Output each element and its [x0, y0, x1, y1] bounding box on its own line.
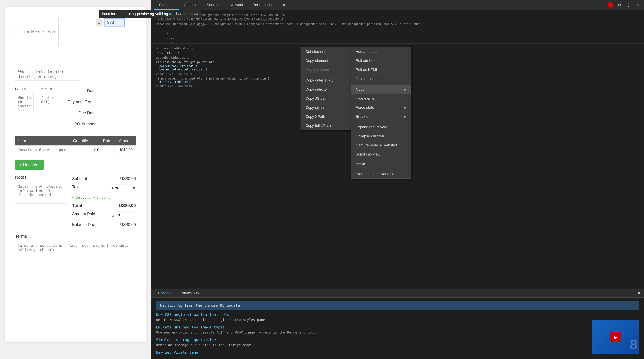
devtools-panel: Elements Console Sources Network Perform…	[151, 0, 644, 359]
invoice-number-row: #	[96, 18, 124, 26]
console-content: Highlights from the Chrome 88 update New…	[151, 298, 644, 359]
tab-sources[interactable]: Sources	[202, 0, 225, 10]
news-title-4: New Web Vitals lane	[156, 350, 639, 354]
from-section	[15, 67, 136, 87]
ctx-copy-xpath[interactable]: Copy XPath	[301, 112, 351, 121]
console-area: Console What's New ✕ Highlights from the…	[151, 288, 644, 359]
more-options-button[interactable]: ⋮	[625, 2, 632, 8]
news-title-1: New CSS angle visualization tools	[156, 312, 639, 317]
div-subtitle-tag: <div	[167, 36, 174, 40]
payment-terms-row: Payment Terms	[62, 98, 136, 106]
due-date-row: Due Date	[62, 109, 136, 117]
tab-performance[interactable]: Performance	[248, 0, 278, 10]
date-input[interactable]	[99, 87, 136, 95]
ctx-copy-styles[interactable]: Copy styles	[301, 103, 351, 112]
ctx-copy-submenu[interactable]: Copy	[351, 85, 411, 94]
settings-icon-button[interactable]: ⚙	[616, 2, 622, 8]
ctx-copy-js-path[interactable]: Copy JS path	[301, 94, 351, 103]
tab-more[interactable]: »	[278, 0, 290, 10]
tax-label: Tax	[72, 184, 78, 192]
devtools-topbar: Elements Console Sources Network Perform…	[151, 0, 644, 10]
ctx-copy-full-xpath[interactable]: Copy full XPath	[301, 121, 351, 130]
ctx-paste-element: Paste element	[301, 65, 351, 74]
total-row: Total US$0.00	[72, 201, 136, 210]
notes-label: Notes	[15, 175, 67, 180]
total-label: Total	[72, 203, 82, 208]
close-devtools-button[interactable]: ✕	[634, 2, 641, 8]
date-label: Date	[62, 88, 96, 93]
payment-terms-input[interactable]	[99, 98, 136, 106]
notes-textarea[interactable]	[15, 182, 67, 204]
ctx-scroll-into-view[interactable]: Scroll into view	[351, 150, 411, 159]
item-qty-cell	[69, 146, 91, 154]
ctx-add-attribute[interactable]: Add attribute	[351, 47, 411, 56]
console-close-button[interactable]: ✕	[637, 291, 641, 296]
amount-paid-row: Amount Paid $	[72, 210, 136, 220]
news-title-3: Simulate storage quota size	[156, 338, 639, 342]
ctx-store-global[interactable]: Store as global variable	[351, 170, 411, 178]
item-amount-cell: US$0.00	[114, 146, 136, 154]
ctx-cut-element[interactable]: Cut element	[301, 47, 351, 56]
ctx-delete-element[interactable]: Delete element	[351, 74, 411, 84]
play-button[interactable]: ▶	[610, 332, 620, 342]
whats-new-tab[interactable]: What's New	[177, 290, 204, 297]
ctx-copy-selector[interactable]: Copy selector	[301, 85, 351, 94]
chrome-update-text: Highlights from the Chrome 88 update	[160, 303, 240, 308]
item-qty-input[interactable]	[72, 148, 86, 152]
item-desc-input[interactable]	[18, 148, 66, 152]
from-field[interactable]	[15, 67, 79, 80]
terms-label: Terms	[15, 234, 136, 239]
due-date-input[interactable]	[99, 109, 136, 117]
bill-to-input[interactable]	[15, 93, 34, 110]
add-shipping-button[interactable]: + Shipping	[93, 195, 111, 200]
tax-dropdown-icon[interactable]: ▼	[132, 186, 136, 190]
ctx-edit-as-html[interactable]: Edit as HTML	[351, 65, 411, 74]
devtools-code-header: 9T41F2QGrQRRFCwyzoIF2qyBuKKbcOgPXdVeY9rM…	[151, 10, 644, 44]
expand-arrow-1[interactable]: ▼	[167, 32, 169, 35]
ctx-copy-outerhtml[interactable]: Copy outerHTML	[301, 76, 351, 85]
bill-ship-row: Bill To Ship To Date Payment Terms Due D…	[15, 87, 136, 131]
tax-input-row: ▼	[110, 184, 136, 192]
console-topbar: Console What's New ✕	[151, 289, 644, 298]
ctx-edit-attribute[interactable]: Edit attribute	[351, 56, 411, 65]
terms-section: Terms	[15, 234, 136, 262]
ctx-capture-screenshot[interactable]: Capture node screenshot	[351, 141, 411, 150]
add-discount-button[interactable]: + Discount	[72, 195, 90, 200]
ctx-force-state[interactable]: Force state	[351, 103, 411, 112]
tax-row: Tax ▼	[72, 183, 136, 194]
code-line-1: 9T41F2QGrQRRFCwyzoIF2qyBuKKbcOgPXdVeY9rM…	[156, 13, 639, 17]
invoice-number-input[interactable]	[104, 18, 124, 26]
tab-elements[interactable]: Elements	[154, 0, 179, 10]
balance-due-value: US$0.00	[120, 222, 136, 227]
subtotal-row: Subtotal US$0.00	[72, 175, 136, 183]
tax-input[interactable]	[110, 184, 130, 192]
amount-paid-dollar: $	[112, 213, 114, 218]
console-tab[interactable]: Console	[154, 289, 175, 297]
item-rate-input[interactable]	[97, 148, 111, 152]
ship-to-input[interactable]	[38, 93, 57, 110]
ctx-copy-element[interactable]: Copy element	[301, 56, 351, 65]
logo-upload-label: + Add Your Logo	[23, 29, 55, 34]
ctx-collapse-children[interactable]: Collapse children	[351, 132, 411, 141]
ctx-focus[interactable]: Focus	[351, 159, 411, 168]
video-thumbnail[interactable]: 8 ▶	[592, 320, 639, 354]
tab-network[interactable]: Network	[225, 0, 248, 10]
element-tooltip: input.form-control.ng-pristine.ng-valid.…	[99, 10, 151, 18]
col-amount-header: Amount	[114, 136, 136, 146]
ctx-divider-1	[301, 75, 351, 75]
total-value: US$0.00	[119, 203, 136, 208]
terms-textarea[interactable]	[15, 241, 136, 261]
totals-section: Subtotal US$0.00 Tax ▼ + Discount + Ship…	[72, 175, 136, 229]
po-number-input[interactable]	[99, 120, 136, 128]
logo-upload-area[interactable]: + + Add Your Logo	[15, 17, 59, 47]
col-item-header: Item	[15, 136, 70, 146]
ctx-hide-element[interactable]: Hide element	[351, 94, 411, 103]
amount-paid-input[interactable]	[116, 212, 136, 219]
tab-console[interactable]: Console	[179, 0, 202, 10]
ctx-break-on[interactable]: Break on	[351, 112, 411, 121]
ctx-expand-recursively[interactable]: Expand recursively	[351, 123, 411, 132]
news-item-4: New Web Vitals lane	[156, 350, 639, 354]
amount-paid-label: Amount Paid	[72, 212, 95, 219]
add-line-item-button[interactable]: + Line Item	[15, 160, 44, 170]
app-source-text: app.6b5235de.css:1	[156, 56, 189, 60]
